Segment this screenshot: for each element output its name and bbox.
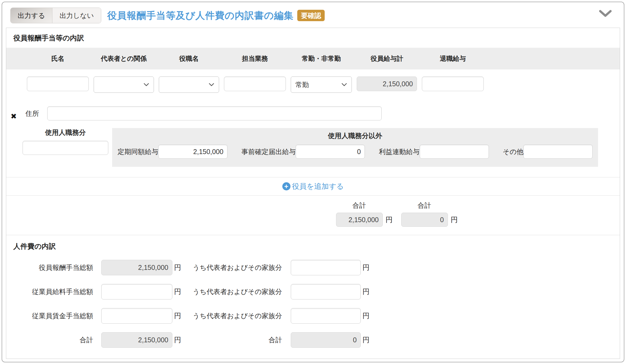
- duty-input[interactable]: [224, 76, 286, 91]
- non-employee-portion-box: 使用人職務分以外 定期同額給与 事前確定届出給与 利益連動給与: [112, 128, 598, 167]
- col-header-duty: 担当業務: [224, 54, 286, 63]
- yen-unit: 円: [174, 335, 183, 345]
- officer-salary-total-input: [357, 76, 417, 91]
- yen-unit: 円: [362, 263, 372, 272]
- officer-row: 常勤: [6, 76, 620, 93]
- col-header-name: 氏名: [27, 54, 89, 63]
- rep-family-portion-label: うち代表者およびその家族分: [190, 263, 282, 272]
- salary-total-unit: 円: [385, 215, 393, 225]
- personnel-row-salary: 従業員給料手当総額 円 うち代表者およびその家族分 円: [13, 284, 620, 299]
- plus-circle-icon: +: [282, 182, 290, 190]
- salary-total-label: 合計: [336, 201, 382, 210]
- rep-family-portion-input[interactable]: [291, 308, 361, 324]
- rep-family-portion-input[interactable]: [291, 284, 361, 299]
- employee-salary-total-label: 従業員給料手当総額: [13, 287, 93, 296]
- personnel-total-input: [101, 332, 172, 348]
- output-on-button[interactable]: 出力する: [11, 8, 52, 23]
- add-officer-row: +役員を追加する: [6, 177, 620, 195]
- retirement-grand-total-input: [401, 213, 448, 227]
- officer-table-header: 氏名 代表者との関係 役職名 担当業務 常勤・非常勤 役員給与計 退職給与: [6, 48, 620, 69]
- delete-officer-icon[interactable]: ✖: [11, 113, 17, 120]
- edit-panel: 出力する 出力しない 役員報酬手当等及び人件費の内訳書の編集 要確認 役員報酬手…: [2, 2, 624, 362]
- yen-unit: 円: [174, 287, 183, 296]
- name-input[interactable]: [27, 76, 89, 91]
- personnel-row-total: 合計 円 合計 円: [13, 332, 620, 348]
- fixed-salary-label: 定期同額給与: [118, 147, 158, 156]
- profit-linked-salary-label: 利益連動給与: [379, 147, 420, 156]
- personnel-section: 人件費の内訳 役員報酬手当総額 円 うち代表者およびその家族分 円 従業員給料手…: [6, 235, 620, 359]
- employee-portion-input[interactable]: [23, 141, 108, 155]
- personnel-subtotal-input: [291, 332, 361, 348]
- personnel-section-title: 人件費の内訳: [6, 236, 620, 256]
- employee-wage-total-label: 従業員賃金手当総額: [13, 311, 93, 320]
- employee-wage-total-input[interactable]: [101, 308, 172, 324]
- rep-family-portion-label: うち代表者およびその家族分: [190, 287, 282, 296]
- chevron-down-icon[interactable]: [598, 9, 612, 18]
- other-salary-input[interactable]: [523, 145, 593, 159]
- add-officer-link[interactable]: +役員を追加する: [282, 181, 344, 191]
- retirement-total-label: 合計: [401, 201, 447, 210]
- col-header-relation: 代表者との関係: [94, 54, 154, 63]
- personnel-row-officer: 役員報酬手当総額 円 うち代表者およびその家族分 円: [13, 260, 620, 275]
- attendance-select[interactable]: 常勤: [291, 76, 352, 93]
- retirement-total-unit: 円: [451, 215, 458, 225]
- col-header-attendance: 常勤・非常勤: [291, 54, 352, 63]
- fixed-salary-input[interactable]: [158, 145, 227, 159]
- address-input[interactable]: [47, 106, 382, 120]
- relation-select[interactable]: [94, 76, 154, 93]
- other-salary-label: その他: [503, 147, 523, 156]
- rep-family-portion-label: うち代表者およびその家族分: [190, 311, 282, 320]
- officer-totals-row: 合計 円 合計 円: [6, 195, 620, 235]
- retirement-pay-input[interactable]: [422, 76, 484, 91]
- yen-unit: 円: [174, 263, 183, 272]
- yen-unit: 円: [362, 311, 372, 321]
- non-employee-portion-title: 使用人職務分以外: [118, 131, 593, 140]
- output-off-button[interactable]: 出力しない: [52, 8, 101, 23]
- salary-breakdown-block: 使用人職務分 使用人職務分以外 定期同額給与 事前確定届出給与 利益連動給与: [6, 128, 620, 167]
- attendance-select-value: 常勤: [295, 80, 309, 89]
- col-header-retirement: 退職給与: [422, 54, 484, 63]
- personnel-total-label: 合計: [13, 336, 93, 344]
- yen-unit: 円: [362, 335, 372, 345]
- needs-review-badge: 要確認: [297, 10, 325, 21]
- employee-portion-label: 使用人職務分: [23, 128, 108, 137]
- page-title: 役員報酬手当等及び人件費の内訳書の編集: [107, 9, 293, 22]
- add-officer-label: 役員を追加する: [292, 181, 344, 191]
- form-body: 役員報酬手当等の内訳 氏名 代表者との関係 役職名 担当業務 常勤・非常勤 役員…: [6, 28, 620, 359]
- salary-grand-total-input: [336, 213, 383, 227]
- officer-comp-total-input: [101, 260, 172, 275]
- col-header-position: 役職名: [159, 54, 219, 63]
- personnel-subtotal-label: 合計: [190, 336, 282, 344]
- officer-comp-total-label: 役員報酬手当総額: [13, 263, 93, 272]
- employee-salary-total-input[interactable]: [101, 284, 172, 299]
- address-label: 住所: [26, 109, 39, 118]
- yen-unit: 円: [362, 287, 372, 296]
- rep-family-portion-input[interactable]: [291, 260, 361, 275]
- col-header-salary-total: 役員給与計: [357, 54, 417, 63]
- officer-section-title: 役員報酬手当等の内訳: [6, 28, 620, 48]
- pre-determined-salary-input[interactable]: [296, 145, 365, 159]
- panel-header: 出力する 出力しない 役員報酬手当等及び人件費の内訳書の編集 要確認: [6, 2, 620, 28]
- output-toggle-group: 出力する 出力しない: [10, 8, 101, 23]
- profit-linked-salary-input[interactable]: [420, 145, 489, 159]
- position-select[interactable]: [159, 76, 219, 93]
- personnel-row-wages: 従業員賃金手当総額 円 うち代表者およびその家族分 円: [13, 308, 620, 324]
- pre-determined-salary-label: 事前確定届出給与: [241, 147, 296, 156]
- address-row: ✖ 住所: [11, 106, 620, 120]
- yen-unit: 円: [174, 311, 183, 321]
